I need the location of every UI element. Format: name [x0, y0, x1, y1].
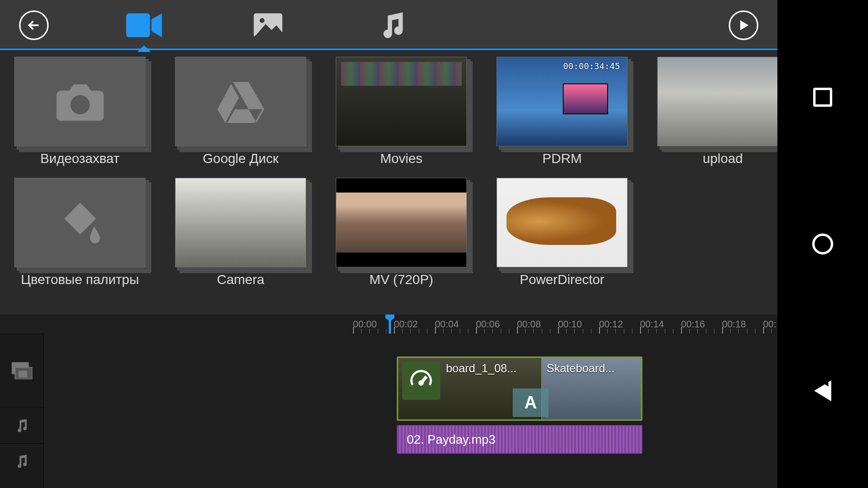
- thumb: [336, 178, 467, 267]
- thumb: [14, 57, 145, 146]
- ruler-label: 00:12: [599, 319, 640, 330]
- screen: Видеозахват Google Диск Movies: [0, 0, 868, 488]
- circle-icon: [812, 234, 833, 254]
- track-body[interactable]: board_1_08... Skateboard... A 02. Payday…: [44, 334, 777, 488]
- top-toolbar: [0, 0, 777, 50]
- arrow-left-icon: [26, 17, 42, 33]
- track-headers: [0, 334, 44, 488]
- transition-marker[interactable]: A: [513, 388, 548, 417]
- ruler-label: 00:10: [558, 319, 599, 330]
- thumb-stack: [14, 57, 145, 146]
- tab-image[interactable]: [249, 11, 287, 40]
- ruler-label: 00:: [763, 319, 777, 330]
- thumb: [14, 178, 145, 267]
- clip-label: board_1_08...: [446, 362, 517, 375]
- play-icon: [737, 19, 750, 32]
- video-clip-segment-2: Skateboard...: [541, 358, 641, 419]
- folder-upload[interactable]: upload: [657, 57, 777, 166]
- audio-track-icon: [15, 418, 29, 433]
- audio-clip[interactable]: 02. Payday.mp3: [397, 425, 642, 454]
- tab-video[interactable]: [125, 11, 163, 40]
- speedometer-icon: [408, 368, 434, 394]
- folder-label: upload: [703, 151, 743, 166]
- thumb-stack: [336, 178, 467, 267]
- thumb-stack: 00:00:34:45: [496, 57, 628, 146]
- playhead[interactable]: [389, 315, 391, 334]
- svg-point-6: [420, 381, 423, 385]
- video-clip[interactable]: board_1_08... Skateboard... A: [397, 356, 642, 421]
- thumb-stack: [14, 178, 145, 267]
- nav-recent-apps-button[interactable]: [808, 83, 837, 112]
- folder-color-palettes[interactable]: Цветовые палитры: [14, 178, 145, 287]
- svg-point-3: [70, 95, 90, 115]
- thumb: [496, 178, 628, 267]
- google-drive-icon: [217, 80, 265, 123]
- audio-clip-label: 02. Payday.mp3: [407, 432, 496, 447]
- audio-track-1-header[interactable]: [0, 407, 43, 443]
- folder-video-capture[interactable]: Видеозахват: [14, 57, 145, 166]
- speed-effect-badge: [402, 362, 440, 400]
- image-icon: [253, 13, 283, 37]
- back-button[interactable]: [19, 10, 49, 40]
- folder-powerdirector[interactable]: PowerDirector: [496, 178, 628, 287]
- pdrm-tv-graphic: [563, 83, 608, 114]
- folder-pdrm[interactable]: 00:00:34:45 PDRM: [496, 57, 628, 166]
- time-ruler[interactable]: 00:00 00:02 00:04 00:06 00:08 00:10 00:1…: [0, 315, 777, 334]
- ruler-label: 00:16: [681, 319, 722, 330]
- tab-music[interactable]: [373, 11, 411, 40]
- video-track-icon: [11, 362, 32, 379]
- pdrm-timecode: 00:00:34:45: [563, 61, 620, 71]
- folder-label: Видеозахват: [40, 151, 119, 166]
- svg-point-2: [260, 18, 265, 23]
- tracks-container: board_1_08... Skateboard... A 02. Payday…: [0, 334, 777, 488]
- thumb: [175, 57, 306, 146]
- media-grid: Видеозахват Google Диск Movies: [14, 57, 763, 287]
- camera-icon: [54, 80, 106, 123]
- folder-label: Google Диск: [203, 151, 279, 166]
- toolbar-divider: [0, 49, 777, 50]
- audio-track-icon: [15, 454, 29, 468]
- thumb-stack: [496, 178, 628, 267]
- play-preview-button[interactable]: [729, 10, 758, 40]
- square-icon: [813, 88, 832, 107]
- android-nav-bar: [777, 0, 868, 488]
- folder-google-drive[interactable]: Google Диск: [175, 57, 306, 166]
- ruler-label: 00:00: [353, 319, 394, 330]
- thumb-stack: [175, 57, 306, 146]
- folder-mv-720p[interactable]: MV (720P): [336, 178, 467, 287]
- ruler-label: 00:04: [435, 319, 476, 330]
- transition-letter: A: [525, 393, 537, 413]
- nav-home-button[interactable]: [808, 230, 837, 258]
- audio-track-2-header[interactable]: [0, 443, 43, 479]
- folder-label: Movies: [380, 151, 423, 166]
- thumb: [175, 178, 306, 267]
- folder-movies[interactable]: Movies: [336, 57, 467, 166]
- media-tabs: [125, 11, 411, 40]
- ruler-label: 00:18: [722, 319, 763, 330]
- videocam-icon: [126, 13, 162, 37]
- svg-rect-0: [126, 13, 150, 37]
- guitar-graphic: [506, 197, 616, 245]
- folder-label: MV (720P): [370, 272, 434, 287]
- paint-bucket-icon: [54, 199, 106, 246]
- video-track-header[interactable]: [0, 334, 43, 407]
- folder-camera[interactable]: Camera: [175, 178, 306, 287]
- thumb: [336, 57, 467, 146]
- triangle-back-icon: [814, 380, 831, 401]
- thumb-stack: [175, 178, 306, 267]
- thumb: 00:00:34:45: [496, 57, 628, 146]
- ruler-label: 00:06: [476, 319, 517, 330]
- thumb: [657, 57, 777, 146]
- app-window: Видеозахват Google Диск Movies: [0, 0, 777, 488]
- folder-label: Цветовые палитры: [21, 272, 139, 287]
- nav-back-button[interactable]: [808, 376, 837, 405]
- thumb-stack: [657, 57, 777, 146]
- ruler-label: 00:08: [517, 319, 558, 330]
- thumb-stack: [336, 57, 467, 146]
- folder-label: PowerDirector: [520, 272, 604, 287]
- media-browser: Видеозахват Google Диск Movies: [0, 50, 777, 315]
- music-note-icon: [379, 12, 405, 38]
- folder-label: Camera: [217, 272, 265, 287]
- folder-label: PDRM: [542, 151, 581, 166]
- ruler-label: 00:14: [640, 319, 681, 330]
